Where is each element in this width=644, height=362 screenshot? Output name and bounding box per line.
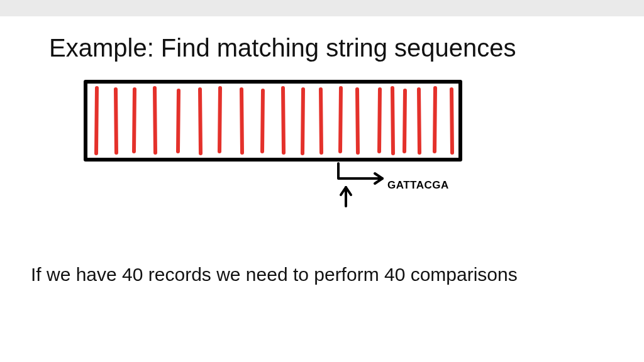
record-bar	[96, 88, 97, 153]
record-bar	[262, 90, 263, 151]
record-bar	[452, 89, 452, 153]
records-box	[86, 82, 460, 160]
record-bar	[357, 89, 358, 153]
record-bar	[435, 88, 435, 151]
record-bar	[340, 88, 341, 151]
record-bar	[242, 89, 242, 153]
record-bar	[134, 89, 135, 151]
record-bar	[303, 89, 303, 153]
record-bar	[379, 89, 380, 151]
record-bar	[392, 88, 393, 153]
record-bar	[321, 89, 321, 153]
page-title: Example: Find matching string sequences	[49, 34, 516, 62]
annotation-arrow-path	[338, 163, 382, 178]
annotation-arrow-head	[375, 173, 382, 184]
body-text: If we have 40 records we need to perform…	[31, 264, 518, 285]
record-bars	[96, 88, 452, 153]
cursor-arrow-head	[341, 187, 351, 195]
top-bar	[0, 0, 644, 16]
sequence-diagram	[83, 79, 463, 212]
record-bar	[116, 89, 116, 153]
record-bar	[283, 88, 284, 153]
annotation-label: GATTACGA	[387, 179, 449, 192]
record-bar	[178, 90, 179, 151]
record-bar	[155, 88, 155, 153]
record-bar	[219, 88, 220, 151]
record-bar	[419, 89, 419, 153]
record-bar	[404, 90, 405, 151]
record-bar	[200, 89, 201, 153]
